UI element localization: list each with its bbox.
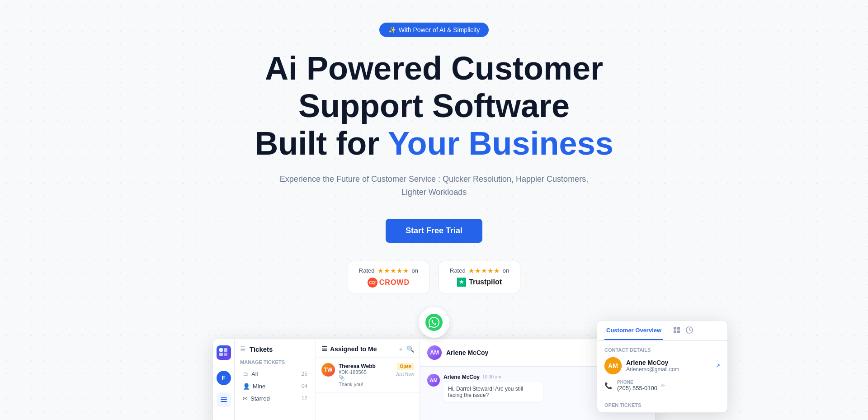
- ticket-time: Just Now: [396, 372, 414, 377]
- g2-stars: ★★★★★: [377, 267, 409, 275]
- phone-edit-icon[interactable]: ✏: [661, 382, 665, 389]
- search-icon[interactable]: 🔍: [406, 345, 414, 353]
- contact-details-label: Contact Details: [604, 347, 720, 353]
- svg-rect-4: [224, 353, 227, 356]
- svg-rect-5: [221, 397, 227, 398]
- nav-mine[interactable]: 👤 Mine 04: [240, 381, 310, 392]
- trustpilot-rating-top: Rated ★★★★★ on: [450, 267, 509, 275]
- trustpilot-logo: ★ Trustpilot: [457, 278, 502, 287]
- svg-rect-7: [221, 401, 227, 402]
- nav-all-count: 25: [302, 371, 307, 377]
- msg-content-wrapper: Arlene McCoy 10:30 am Hi, Darrel Steward…: [443, 374, 543, 402]
- manage-tickets-label: Manage Tickets: [240, 359, 310, 365]
- ticket-meta: Open Just Now: [396, 363, 414, 377]
- customer-tab-icon-1[interactable]: [670, 321, 683, 340]
- ticket-list-actions: + 🔍: [399, 345, 414, 353]
- g2-logo: G2 CROWD: [368, 278, 410, 288]
- nav-starred-label: Starred: [250, 395, 270, 402]
- mockup-container: F ☰ Tickets: [140, 321, 728, 420]
- chat-user-name: Arlene McCoy: [446, 349, 488, 356]
- hero-title-line1: Ai Powered Customer Support Software: [265, 50, 603, 124]
- avatar-img: TW: [321, 363, 335, 377]
- nav-starred[interactable]: ✉ Starred 12: [240, 393, 310, 404]
- app-sidebar: F: [213, 339, 235, 420]
- hero-title-line2-plain: Built for: [255, 125, 388, 161]
- svg-line-15: [689, 330, 691, 331]
- tp-on-text: on: [503, 267, 509, 274]
- svg-rect-3: [219, 353, 223, 356]
- contact-email: Arlenemc@gmail.com: [626, 366, 679, 373]
- contact-phone-field: 📞 PHONE (205) 555-0100 ✏: [604, 380, 720, 392]
- customer-tab-icon-2[interactable]: [683, 321, 696, 340]
- svg-text:AM: AM: [608, 362, 618, 369]
- msg-sender: Arlene McCoy: [443, 374, 480, 380]
- sidebar-icon-btn[interactable]: [217, 392, 231, 407]
- g2-crowd-text: CROWD: [379, 278, 410, 287]
- g2-rated-text: Rated: [359, 267, 375, 274]
- phone-icon: 📞: [604, 382, 613, 389]
- ticket-item[interactable]: TW Theresa Webb #DK-188565 📎 Thank you! …: [316, 358, 420, 393]
- assigned-to-me-label: Assigned to Me: [330, 345, 377, 353]
- ticket-info: Theresa Webb #DK-188565 📎 Thank you!: [339, 363, 392, 387]
- sidebar-avatar[interactable]: F: [217, 371, 231, 385]
- nav-all[interactable]: 🗂 All 25: [240, 368, 310, 380]
- svg-rect-2: [224, 348, 227, 352]
- menu-icon: ☰: [240, 345, 246, 353]
- whatsapp-bubble[interactable]: [419, 307, 449, 338]
- ticket-preview: Thank you!: [339, 382, 392, 387]
- contact-name: Arlene McCoy: [626, 359, 679, 366]
- ticket-list-panel: ☰ Assigned to Me + 🔍 TW: [316, 339, 420, 420]
- contact-info: Arlene McCoy Arlenemc@gmail.com: [626, 359, 679, 373]
- nav-mine-label: Mine: [253, 383, 265, 390]
- list-icon: ☰: [321, 345, 327, 353]
- tp-rated-text: Rated: [450, 267, 466, 274]
- svg-rect-9: [674, 327, 676, 330]
- svg-rect-11: [674, 330, 676, 333]
- hero-title: Ai Powered Customer Support Software Bui…: [208, 50, 660, 162]
- customer-panel: Customer Overview Contact Details: [597, 321, 728, 413]
- g2-rating-card: Rated ★★★★★ on G2 CROWD: [348, 261, 429, 293]
- sidebar-avatar-letter: F: [222, 374, 226, 382]
- ticket-status-badge: Open: [397, 363, 414, 370]
- ticket-icons: 📎: [339, 375, 392, 381]
- sidebar-logo: [217, 345, 231, 360]
- all-icon: 🗂: [243, 371, 249, 378]
- start-trial-button[interactable]: Start Free Trial: [386, 219, 482, 243]
- tp-star-icon: ★: [457, 278, 466, 287]
- g2-icon: G2: [368, 278, 377, 288]
- ticket-avatar: TW: [321, 363, 335, 377]
- contact-person: AM Arlene McCoy Arlenemc@gmail.com ↗: [604, 357, 720, 374]
- customer-overview-tab[interactable]: Customer Overview: [604, 321, 663, 340]
- g2-rating-top: Rated ★★★★★ on: [359, 267, 418, 275]
- msg-avatar: AM: [427, 374, 440, 387]
- contact-section: Contact Details AM Arlene McCoy Arlenem: [597, 341, 727, 402]
- mine-icon: 👤: [243, 383, 250, 390]
- customer-tabs: Customer Overview: [597, 321, 727, 341]
- panel-header: ☰ Tickets: [240, 345, 310, 353]
- nav-mine-count: 04: [302, 383, 307, 389]
- trustpilot-rating-card: Rated ★★★★★ on ★ Trustpilot: [439, 261, 520, 293]
- chat-user-avatar: AM: [427, 345, 442, 360]
- ticket-list-header: ☰ Assigned to Me + 🔍: [316, 339, 420, 358]
- ticket-attach-icon: 📎: [339, 375, 345, 381]
- g2-on-text: on: [412, 267, 418, 274]
- ticket-id: #DK-188565: [339, 369, 392, 375]
- contact-avatar: AM: [604, 357, 622, 374]
- badge-text: With Power of AI & Simplicity: [399, 26, 480, 33]
- app-mockup: F ☰ Tickets: [212, 339, 656, 420]
- ticket-name: Theresa Webb: [339, 363, 392, 369]
- ticket-list-title: ☰ Assigned to Me: [321, 345, 377, 353]
- svg-point-0: [425, 314, 443, 331]
- svg-rect-10: [677, 327, 680, 330]
- tickets-panel: ☰ Tickets Manage Tickets 🗂 All 25 👤: [235, 339, 316, 420]
- starred-icon: ✉: [243, 395, 248, 402]
- contact-link-icon[interactable]: ↗: [716, 363, 720, 369]
- tp-stars: ★★★★★: [468, 267, 500, 275]
- hero-title-blue: Your Business: [388, 125, 613, 161]
- ai-badge: ✨ With Power of AI & Simplicity: [379, 23, 489, 37]
- tp-text: Trustpilot: [469, 278, 502, 286]
- add-icon[interactable]: +: [399, 345, 403, 353]
- open-tickets-label: OPEN TICKETS: [597, 402, 727, 412]
- phone-value: (205) 555-0100: [617, 385, 657, 392]
- nav-starred-count: 12: [302, 395, 307, 401]
